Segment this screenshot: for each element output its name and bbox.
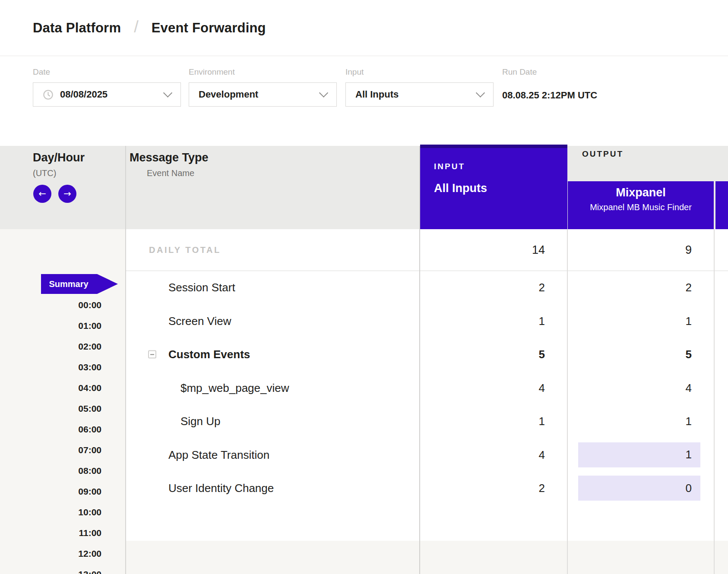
table-row: Session Start22	[125, 271, 728, 304]
grid-body: DAILY TOTAL 14 9 Session Start22Screen V…	[125, 229, 728, 574]
arrow-right-icon: →	[63, 189, 71, 199]
day-hour-timezone: (UTC)	[33, 168, 56, 178]
hour-item[interactable]: 00:00	[0, 295, 101, 315]
environment-value: Development	[199, 89, 258, 100]
next-output-column-edge	[715, 181, 728, 229]
input-value: All Inputs	[355, 89, 399, 100]
environment-select[interactable]: Development	[189, 82, 337, 107]
empty-footer-band	[125, 541, 728, 574]
input-count-value: 5	[539, 348, 545, 361]
date-filter: Date 08/08/2025	[33, 56, 181, 107]
daily-total-output-value: 9	[685, 243, 692, 257]
output-count-value: 2	[686, 281, 692, 294]
input-filter-label: Input	[345, 67, 494, 77]
event-name-label: Sign Up	[180, 415, 221, 428]
hour-item[interactable]: 13:00	[0, 564, 101, 574]
input-count-value: 2	[539, 281, 545, 294]
run-date-label: Run Date	[502, 67, 597, 77]
environment-filter-label: Environment	[189, 67, 337, 77]
hour-item[interactable]: 04:00	[0, 378, 101, 398]
breadcrumb-section[interactable]: Data Platform	[33, 20, 121, 36]
event-name-label: User Identity Change	[168, 482, 274, 495]
output-count-value: 1	[686, 314, 692, 328]
run-date: Run Date 08.08.25 2:12PM UTC	[502, 56, 597, 101]
divider-output-next	[714, 229, 715, 574]
event-name-subtitle: Event Name	[147, 168, 194, 178]
filter-bar: Date 08/08/2025 Environment Development …	[0, 56, 728, 146]
output-name: Mixpanel	[568, 186, 714, 199]
arrow-left-icon: ←	[38, 189, 46, 199]
breadcrumb-separator-icon: /	[134, 18, 139, 36]
run-date-value: 08.08.25 2:12PM UTC	[502, 90, 597, 101]
table-row: User Identity Change20	[125, 471, 728, 505]
hour-sidebar: Summary 00:0001:0002:0003:0004:0005:0006…	[0, 229, 125, 574]
output-count-value: 0	[686, 482, 692, 495]
output-count-value: 1	[686, 448, 692, 461]
hour-item[interactable]: 11:00	[0, 523, 101, 543]
output-count-value: 4	[686, 381, 692, 394]
collapse-icon[interactable]	[148, 350, 156, 359]
divider-sidebar	[125, 146, 126, 574]
event-forwarding-page: Data Platform / Event Forwarding Date 08…	[0, 0, 728, 574]
divider-message-input	[419, 146, 420, 574]
hour-item[interactable]: 03:00	[0, 357, 101, 378]
summary-flag[interactable]: Summary	[41, 274, 118, 294]
input-section-label: INPUT	[434, 162, 567, 171]
environment-filter: Environment Development	[189, 56, 337, 107]
event-name-label: $mp_web_page_view	[180, 381, 289, 394]
table-row: Custom Events55	[125, 337, 728, 371]
event-name-label: Screen View	[168, 314, 231, 328]
day-hour-title: Day/Hour	[33, 151, 85, 164]
breadcrumb: Data Platform / Event Forwarding	[0, 0, 728, 56]
highlighted-output-cell: 1	[578, 442, 700, 467]
output-section-label: OUTPUT	[582, 149, 624, 159]
output-count-value: 1	[686, 415, 692, 428]
input-column-header[interactable]: INPUT All Inputs	[420, 145, 567, 229]
hour-item[interactable]: 07:00	[0, 440, 101, 460]
table-row: Screen View11	[125, 304, 728, 338]
event-name-label: Custom Events	[168, 348, 250, 361]
input-count-value: 1	[539, 415, 545, 428]
date-filter-label: Date	[33, 67, 181, 77]
date-select[interactable]: 08/08/2025	[33, 82, 181, 107]
table-row: $mp_web_page_view44	[125, 371, 728, 405]
hour-list: 00:0001:0002:0003:0004:0005:0006:0007:00…	[0, 295, 101, 574]
event-name-label: App State Transition	[168, 448, 269, 461]
input-column-name: All Inputs	[434, 182, 567, 195]
input-count-value: 1	[539, 314, 545, 328]
input-select[interactable]: All Inputs	[345, 82, 494, 107]
summary-flag-label: Summary	[49, 279, 88, 289]
event-name-label: Session Start	[168, 281, 235, 294]
hour-item[interactable]: 05:00	[0, 398, 101, 419]
divider-input-output	[567, 229, 568, 574]
hour-item[interactable]: 10:00	[0, 502, 101, 523]
daily-total-row: DAILY TOTAL 14 9	[125, 229, 728, 271]
chevron-down-icon	[319, 88, 328, 97]
page-title: Event Forwarding	[152, 20, 266, 36]
table-row: Sign Up11	[125, 404, 728, 438]
next-day-button[interactable]: →	[58, 185, 76, 203]
daily-total-input-value: 14	[532, 243, 545, 257]
highlighted-output-cell: 0	[578, 476, 700, 501]
date-value: 08/08/2025	[60, 89, 108, 100]
message-type-title: Message Type	[130, 151, 209, 164]
hour-item[interactable]: 06:00	[0, 419, 101, 440]
input-count-value: 2	[539, 482, 545, 495]
chevron-down-icon	[163, 88, 172, 97]
input-count-value: 4	[539, 448, 545, 461]
hour-item[interactable]: 01:00	[0, 315, 101, 336]
input-count-value: 4	[539, 381, 545, 394]
hour-item[interactable]: 12:00	[0, 543, 101, 564]
hour-item[interactable]: 02:00	[0, 336, 101, 357]
clock-icon	[43, 89, 54, 100]
output-column-header-mixpanel[interactable]: Mixpanel Mixpanel MB Music Finder	[568, 181, 714, 229]
daily-total-label: DAILY TOTAL	[149, 245, 221, 255]
chevron-down-icon	[476, 88, 485, 97]
hour-item[interactable]: 08:00	[0, 460, 101, 481]
output-subname: Mixpanel MB Music Finder	[568, 202, 714, 212]
prev-day-button[interactable]: ←	[33, 185, 51, 203]
hour-item[interactable]: 09:00	[0, 481, 101, 502]
input-filter: Input All Inputs	[345, 56, 494, 107]
event-rows: Session Start22Screen View11Custom Event…	[125, 271, 728, 505]
table-row: App State Transition41	[125, 438, 728, 472]
